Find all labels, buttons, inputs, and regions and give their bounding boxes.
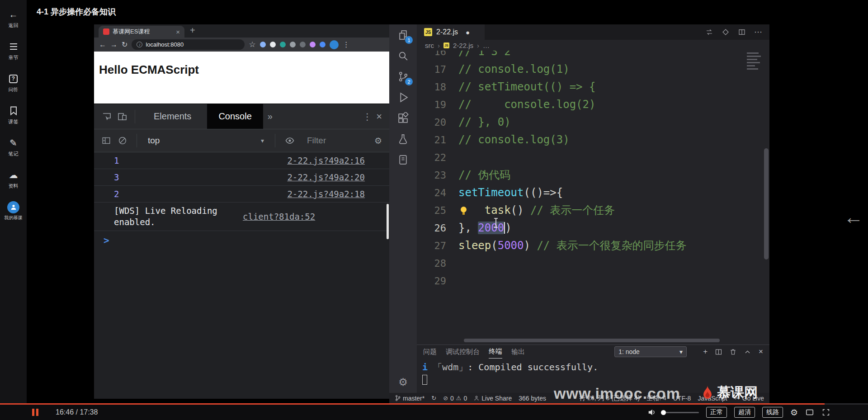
modified-dot-icon[interactable]: ● xyxy=(466,28,470,36)
sidebar-item-materials[interactable]: ☁ 资料 xyxy=(0,170,27,202)
more-actions-icon[interactable]: ⋯ xyxy=(754,28,762,36)
volume-icon[interactable] xyxy=(647,408,656,417)
nav-forward-icon[interactable]: → xyxy=(110,41,118,48)
panel-tab-output[interactable]: 输出 xyxy=(511,345,525,359)
prev-panel-arrow-icon[interactable]: ← xyxy=(844,207,863,227)
line-select-button[interactable]: 线路 xyxy=(762,407,783,418)
breadcrumb-file[interactable]: 2-22.js xyxy=(453,42,473,49)
new-tab-button[interactable]: + xyxy=(190,25,195,36)
editor-tab[interactable]: JS 2-22.js ● xyxy=(417,24,485,40)
sidebar-item-profile[interactable]: 我的慕课 xyxy=(0,202,27,234)
extension-icon[interactable] xyxy=(310,42,316,47)
explorer-icon[interactable]: 1 xyxy=(389,24,417,45)
search-icon[interactable] xyxy=(389,45,417,66)
sync-icon[interactable]: ↻ xyxy=(431,395,436,401)
code-line[interactable]: 22 xyxy=(417,149,769,166)
sidebar-item-bookmark[interactable]: 课签 xyxy=(0,105,27,137)
site-info-icon[interactable]: i xyxy=(137,42,142,47)
extension-icon[interactable] xyxy=(260,42,266,47)
volume-slider[interactable] xyxy=(664,412,699,413)
console-source-link[interactable]: 2-22.js?49a2:18 xyxy=(287,189,365,199)
console-scrollbar[interactable] xyxy=(387,204,389,239)
sidebar-item-chapters[interactable]: 章节 xyxy=(0,41,27,73)
clear-console-icon[interactable] xyxy=(118,136,127,146)
sidebar-item-back[interactable]: ← 返回 xyxy=(0,9,27,41)
code-line[interactable]: 23// 伪代码 xyxy=(417,166,769,184)
settings-gear-icon[interactable]: ⚙ xyxy=(389,376,417,388)
tab-close-icon[interactable]: × xyxy=(176,28,180,36)
fullscreen-icon[interactable] xyxy=(821,408,830,417)
address-bar[interactable]: i localhost:8080 xyxy=(132,39,245,50)
console-source-link[interactable]: 2-22.js?49a2:20 xyxy=(287,172,365,182)
kill-terminal-trash-icon[interactable] xyxy=(730,349,736,355)
editor-vertical-scrollbar[interactable] xyxy=(764,148,769,260)
browser-menu-icon[interactable]: ⋮ xyxy=(343,41,350,48)
panel-tab-terminal[interactable]: 终端 xyxy=(489,345,502,359)
source-control-icon[interactable]: 2 xyxy=(389,66,417,87)
console-sidebar-icon[interactable] xyxy=(101,136,111,146)
volume-handle[interactable] xyxy=(661,410,666,415)
code-line[interactable]: 28 xyxy=(417,255,769,272)
devtools-tab-elements[interactable]: Elements xyxy=(142,104,203,129)
breadcrumb-more[interactable]: … xyxy=(483,42,490,49)
new-terminal-icon[interactable]: + xyxy=(703,347,708,356)
terminal-shell-select[interactable]: 1: node ▾ xyxy=(614,346,687,357)
console-input[interactable]: > xyxy=(94,231,389,250)
more-tabs-icon[interactable]: » xyxy=(268,111,273,122)
devtools-menu-icon[interactable]: ⋮ xyxy=(363,111,372,122)
code-line[interactable]: 17// console.log(1) xyxy=(417,61,769,78)
profile-avatar[interactable] xyxy=(330,40,339,49)
devtools-tab-console[interactable]: Console xyxy=(207,104,263,129)
inspect-element-icon[interactable] xyxy=(101,111,112,122)
pause-button[interactable] xyxy=(32,409,38,416)
sidebar-item-qa[interactable]: ? 问答 xyxy=(0,73,27,105)
browser-tab[interactable]: 慕课网ES课程 × xyxy=(99,26,184,38)
extension-icon[interactable] xyxy=(290,42,296,47)
code-line[interactable]: 20// }, 0) xyxy=(417,113,769,131)
code-line[interactable]: 26}, 2000) xyxy=(417,219,769,237)
filter-input[interactable]: Filter xyxy=(307,136,326,146)
extension-icon[interactable] xyxy=(280,42,286,47)
code-line[interactable]: 29 xyxy=(417,272,769,290)
extension-icon[interactable] xyxy=(270,42,276,47)
code-line[interactable]: 21// console.log(3) xyxy=(417,131,769,149)
close-panel-icon[interactable]: × xyxy=(759,347,763,356)
lightbulb-icon[interactable] xyxy=(461,207,467,212)
code-line[interactable]: 19// console.log(2) xyxy=(417,96,769,113)
playback-speed-button[interactable]: 正常 xyxy=(706,407,727,418)
docs-notebook-icon[interactable] xyxy=(389,149,417,170)
split-editor-icon[interactable] xyxy=(738,28,746,36)
extension-icon[interactable] xyxy=(320,42,326,47)
code-editor[interactable]: 16// 1 3 217// console.log(1)18// setTim… xyxy=(417,51,769,344)
code-line[interactable]: 25 task() // 表示一个任务 xyxy=(417,202,769,219)
breadcrumb[interactable]: src › JS 2-22.js › … xyxy=(417,40,769,51)
devtools-settings-gear-icon[interactable]: ⚙ xyxy=(374,136,382,146)
reload-icon[interactable]: ↻ xyxy=(122,41,127,48)
minimap[interactable] xyxy=(747,52,762,71)
maximize-panel-icon[interactable] xyxy=(744,349,751,355)
extensions-icon[interactable] xyxy=(389,108,417,128)
panel-tab-problems[interactable]: 问题 xyxy=(423,345,437,359)
nav-back-icon[interactable]: ← xyxy=(99,41,106,48)
player-settings-gear-icon[interactable]: ⚙ xyxy=(790,408,798,417)
code-line[interactable]: 24setTimeout(()=>{ xyxy=(417,184,769,202)
live-expression-eye-icon[interactable] xyxy=(284,135,295,146)
code-line[interactable]: 16// 1 3 2 xyxy=(417,51,769,61)
run-debug-icon[interactable] xyxy=(389,87,417,108)
devtools-close-icon[interactable]: × xyxy=(376,111,382,123)
toggle-layout-icon[interactable] xyxy=(705,28,713,36)
context-selector[interactable]: top ▾ xyxy=(146,136,266,146)
git-branch-item[interactable]: master* xyxy=(395,395,425,402)
split-terminal-icon[interactable] xyxy=(715,349,722,355)
editor-horizontal-scrollbar[interactable] xyxy=(464,339,720,342)
quality-button[interactable]: 超清 xyxy=(734,407,755,418)
panel-tab-debug-console[interactable]: 调试控制台 xyxy=(446,345,480,359)
theater-mode-icon[interactable] xyxy=(805,408,814,417)
sidebar-item-notes[interactable]: ✎ 笔记 xyxy=(0,137,27,170)
bookmark-star-icon[interactable]: ☆ xyxy=(249,41,255,48)
extension-icon[interactable] xyxy=(300,42,306,47)
console-source-link[interactable]: client?81da:52 xyxy=(243,212,315,222)
live-share-item[interactable]: Live Share xyxy=(474,395,512,402)
console-source-link[interactable]: 2-22.js?49a2:16 xyxy=(287,156,365,165)
terminal-output[interactable]: i 「wdm」: Compiled successfully. xyxy=(417,359,769,387)
